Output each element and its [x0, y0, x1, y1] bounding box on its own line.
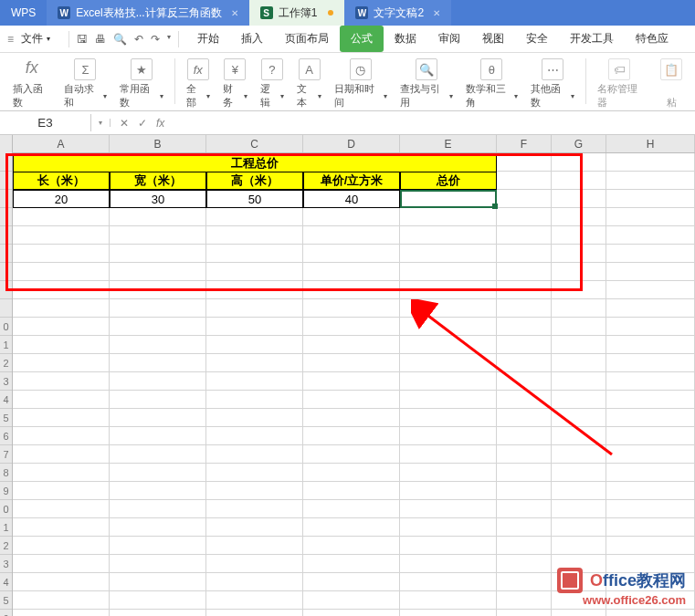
cell[interactable]: [400, 445, 497, 464]
cell[interactable]: [552, 409, 606, 427]
cell[interactable]: [303, 226, 400, 245]
row-header[interactable]: 2: [0, 537, 12, 555]
cell[interactable]: [606, 226, 695, 245]
table-cell[interactable]: 20: [13, 190, 110, 208]
menu-grid-icon[interactable]: ≡: [7, 33, 14, 46]
cell[interactable]: [552, 245, 606, 263]
cell[interactable]: [13, 299, 110, 318]
ribbon-common-functions[interactable]: ★ 常用函数▾: [114, 58, 168, 110]
cell[interactable]: [400, 208, 497, 226]
row-header[interactable]: [0, 245, 12, 263]
cell[interactable]: [303, 482, 400, 500]
cell[interactable]: [303, 245, 400, 263]
cell[interactable]: [110, 537, 206, 555]
cell[interactable]: [400, 391, 497, 409]
cell[interactable]: [13, 427, 110, 445]
cell[interactable]: [110, 445, 206, 464]
cell[interactable]: [552, 518, 606, 537]
cell[interactable]: [303, 299, 400, 318]
cell[interactable]: [606, 190, 695, 208]
cell[interactable]: [206, 354, 303, 372]
column-header[interactable]: B: [110, 135, 206, 152]
cell[interactable]: [110, 500, 206, 518]
cell[interactable]: [552, 153, 606, 172]
tab-start[interactable]: 开始: [186, 26, 230, 52]
cell[interactable]: [303, 537, 400, 555]
column-header[interactable]: D: [303, 135, 400, 152]
active-cell[interactable]: [400, 190, 497, 208]
cell[interactable]: [206, 372, 303, 391]
cell[interactable]: [552, 263, 606, 281]
row-header[interactable]: 4: [0, 391, 12, 409]
cell[interactable]: [110, 226, 206, 245]
cell[interactable]: [497, 500, 552, 518]
row-header[interactable]: 5: [0, 409, 12, 427]
cell[interactable]: [13, 445, 110, 464]
cell[interactable]: [206, 336, 303, 354]
cell[interactable]: [400, 281, 497, 299]
cell[interactable]: [110, 281, 206, 299]
column-header[interactable]: C: [206, 135, 303, 152]
row-header[interactable]: [0, 263, 12, 281]
tab-workbook[interactable]: S 工作簿1: [249, 0, 345, 26]
cell[interactable]: [303, 573, 400, 591]
cell[interactable]: [400, 464, 497, 482]
cell[interactable]: [400, 318, 497, 336]
cell[interactable]: [13, 464, 110, 482]
column-header[interactable]: H: [606, 135, 695, 152]
cell[interactable]: [606, 518, 695, 537]
cell[interactable]: [400, 610, 497, 616]
tab-view[interactable]: 视图: [471, 26, 515, 52]
ribbon-logic[interactable]: ? 逻辑▾: [255, 58, 290, 110]
row-header[interactable]: [0, 172, 12, 190]
cell[interactable]: [400, 372, 497, 391]
confirm-icon[interactable]: ✓: [138, 117, 147, 130]
undo-icon[interactable]: ↶: [134, 33, 143, 46]
cell[interactable]: [606, 464, 695, 482]
table-header[interactable]: 宽（米）: [110, 172, 206, 190]
row-header[interactable]: [0, 208, 12, 226]
cell[interactable]: [497, 263, 552, 281]
cell[interactable]: [606, 445, 695, 464]
row-header[interactable]: 6: [0, 427, 12, 445]
close-icon[interactable]: ✕: [231, 8, 238, 18]
row-header[interactable]: 1: [0, 518, 12, 537]
row-header[interactable]: [0, 153, 12, 172]
cell[interactable]: [13, 391, 110, 409]
ribbon-all[interactable]: fx 全部▾: [181, 58, 216, 110]
cell[interactable]: [206, 537, 303, 555]
cell[interactable]: [497, 208, 552, 226]
table-title[interactable]: 工程总价: [206, 153, 303, 172]
grid[interactable]: 工程总价长（米）宽（米）高（米）单价/立方米总价20305040: [13, 153, 695, 616]
cell[interactable]: [206, 281, 303, 299]
cell[interactable]: [400, 409, 497, 427]
cell[interactable]: [400, 226, 497, 245]
cell[interactable]: [606, 245, 695, 263]
row-header[interactable]: 5: [0, 591, 12, 610]
table-cell[interactable]: 40: [303, 190, 400, 208]
cell[interactable]: [606, 537, 695, 555]
cell[interactable]: [13, 372, 110, 391]
cell[interactable]: [552, 299, 606, 318]
tab-wps[interactable]: WPS: [0, 0, 47, 26]
cell[interactable]: [400, 500, 497, 518]
tab-excel-tutorial[interactable]: W Excel表格技...计算反三角函数 ✕: [47, 0, 248, 26]
cell[interactable]: [13, 518, 110, 537]
cell[interactable]: [206, 226, 303, 245]
cell[interactable]: [606, 263, 695, 281]
cell[interactable]: [303, 208, 400, 226]
cell[interactable]: [110, 208, 206, 226]
cell[interactable]: [497, 482, 552, 500]
cell[interactable]: [497, 427, 552, 445]
cell[interactable]: [606, 336, 695, 354]
tab-special[interactable]: 特色应: [625, 26, 679, 52]
cell[interactable]: [206, 555, 303, 573]
cell[interactable]: [497, 245, 552, 263]
cell[interactable]: [13, 555, 110, 573]
save-icon[interactable]: 🖫: [77, 33, 88, 46]
cell[interactable]: [497, 591, 552, 610]
cell[interactable]: [206, 445, 303, 464]
cell[interactable]: [110, 391, 206, 409]
cell[interactable]: [13, 591, 110, 610]
cell[interactable]: [303, 518, 400, 537]
